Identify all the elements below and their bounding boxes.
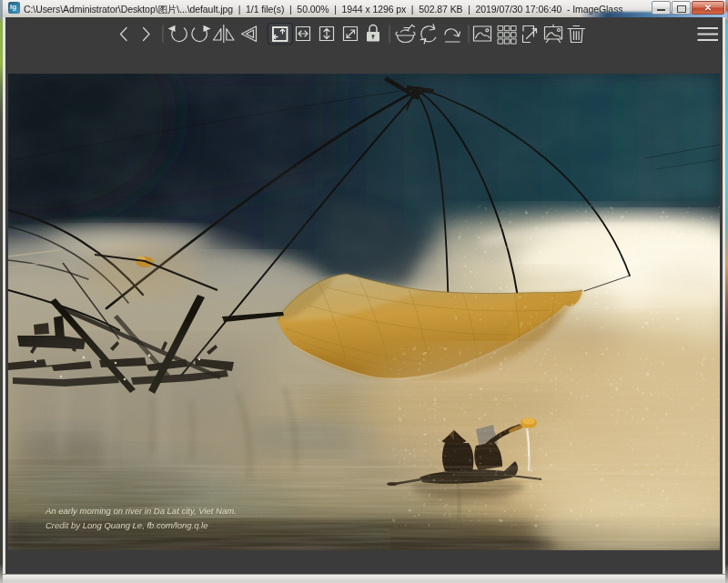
svg-text:An early morning on river in D: An early morning on river in Da Lat city… [45,506,237,516]
svg-text:Credit by Long Quang Le, fb.co: Credit by Long Quang Le, fb.com/long.q.l… [46,520,208,530]
